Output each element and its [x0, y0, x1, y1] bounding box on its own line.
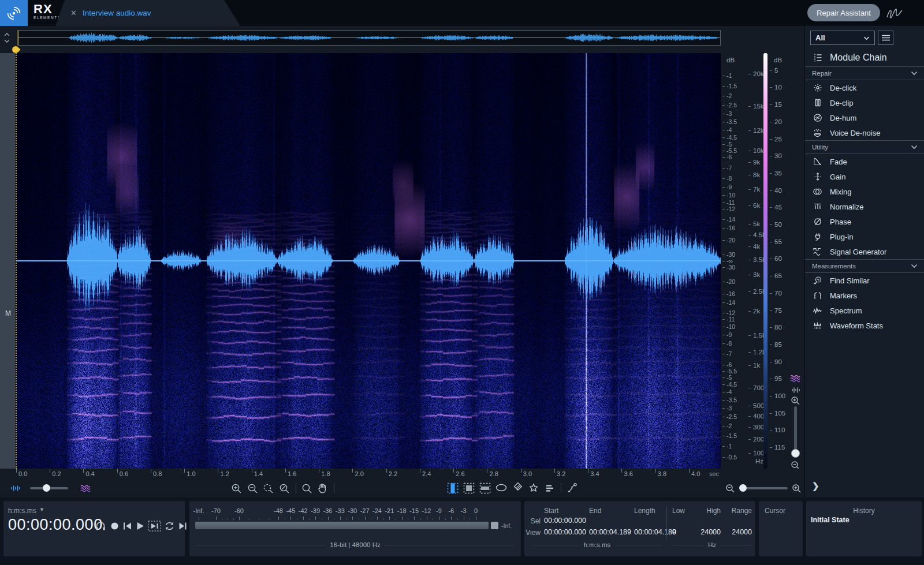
module-normalize[interactable]: Normalize: [805, 199, 924, 214]
view-start[interactable]: 00:00:00.000: [544, 528, 586, 536]
module-signal-generator[interactable]: Signal Generator: [805, 244, 924, 259]
horizontal-zoom-out-icon[interactable]: [724, 482, 736, 495]
horizontal-zoom-in-icon[interactable]: [790, 482, 803, 495]
time-format-dropdown-icon[interactable]: ▼: [39, 507, 44, 512]
time-selection-tool-icon[interactable]: [446, 482, 459, 495]
module-find-similar[interactable]: Find Similar: [805, 273, 924, 288]
module-waveform-stats[interactable]: Waveform Stats: [805, 318, 924, 333]
wave-db-tick: [722, 187, 725, 188]
module-gain[interactable]: Gain: [805, 169, 924, 184]
section-header-utility[interactable]: Utility: [805, 140, 924, 154]
history-entry[interactable]: Initial State: [811, 516, 850, 524]
module-de-clip[interactable]: De-clip: [805, 95, 924, 110]
module-menu-button[interactable]: [878, 31, 893, 45]
freq-label: 400: [753, 413, 764, 420]
harmonic-selection-tool-icon[interactable]: [543, 482, 556, 495]
ruler-label: 2.0: [355, 470, 363, 477]
repair-assistant-button[interactable]: Repair Assistant: [807, 4, 880, 21]
module-label: Fade: [830, 158, 847, 166]
module-chain-item[interactable]: Module Chain: [805, 50, 924, 65]
peak-indicator[interactable]: [491, 522, 498, 529]
monitor-headphones-button[interactable]: [95, 521, 106, 532]
play-selection-button[interactable]: [148, 521, 161, 532]
return-to-start-button[interactable]: [122, 521, 132, 532]
range-value[interactable]: 24000: [725, 528, 752, 536]
instant-process-tool-icon[interactable]: [566, 482, 579, 495]
meter-tick: [476, 517, 476, 520]
view-length[interactable]: 00:00:04.189: [634, 528, 676, 536]
module-filter-select[interactable]: All: [810, 31, 875, 45]
spectrogram-view-icon[interactable]: [79, 482, 92, 495]
spectrogram-display-icon[interactable]: [790, 374, 802, 383]
section-header-repair[interactable]: Repair: [805, 66, 924, 80]
module-mixing[interactable]: Mixing: [805, 184, 924, 199]
section-header-measurements[interactable]: Measurements: [805, 259, 924, 273]
module-phase[interactable]: Phase: [805, 214, 924, 229]
horizontal-zoom-slider[interactable]: [740, 487, 788, 489]
play-button[interactable]: [135, 521, 145, 532]
freq-label: 9k: [753, 159, 760, 166]
wave-db-tick: [722, 294, 725, 294]
module-de-hum[interactable]: De-hum: [805, 110, 924, 125]
freq-tick: [748, 311, 751, 312]
wave-db-tick: [722, 228, 725, 229]
module-voice-de-noise[interactable]: Voice De-noise: [805, 125, 924, 140]
view-end[interactable]: 00:00:04.189: [589, 528, 631, 536]
meter-tick: [414, 517, 415, 520]
app-logo[interactable]: [0, 0, 28, 26]
go-to-end-button[interactable]: [178, 521, 188, 532]
meter-minor-tick: [420, 518, 421, 520]
high-value[interactable]: 24000: [691, 528, 721, 536]
wave-db-label: -11: [726, 316, 735, 323]
ruler-tick: [588, 469, 588, 473]
horizontal-zoom-slider-thumb[interactable]: [739, 484, 747, 492]
frequency-selection-tool-icon[interactable]: [479, 482, 491, 495]
module-markers[interactable]: Markers: [805, 288, 924, 303]
record-button[interactable]: [110, 521, 120, 532]
spec-db-tick: [770, 173, 772, 174]
zoom-reset-icon[interactable]: [278, 482, 290, 495]
wave-db-label: -9: [726, 331, 732, 338]
ruler-tick: [621, 469, 622, 473]
expand-panel-button[interactable]: ❯: [812, 481, 819, 491]
time-frequency-selection-tool-icon[interactable]: [463, 482, 475, 495]
wave-db-label: -9: [726, 184, 732, 190]
blend-slider-thumb[interactable]: [43, 484, 50, 492]
low-value[interactable]: 0: [672, 528, 676, 536]
module-de-click[interactable]: De-click: [805, 80, 924, 95]
module-plug-in[interactable]: Plug-in: [805, 229, 924, 244]
spec-db-header: dB: [774, 57, 782, 63]
spectrogram-canvas[interactable]: [16, 53, 721, 469]
waveform-view-icon[interactable]: [9, 482, 22, 495]
vertical-zoom-in-icon[interactable]: [791, 396, 800, 406]
waveform-overview[interactable]: [17, 30, 721, 46]
zoom-out-icon[interactable]: [246, 482, 259, 495]
zoom-selection-icon[interactable]: [262, 482, 274, 495]
module-fade[interactable]: Fade: [805, 154, 924, 169]
zoom-in-icon[interactable]: [230, 482, 243, 495]
ruler-tick: [420, 469, 420, 473]
sel-start[interactable]: 00:00:00.000: [544, 517, 586, 525]
wave-db-tick: [722, 417, 725, 417]
waveform-scale-icon[interactable]: [791, 387, 800, 394]
wave-db-tick: [722, 377, 725, 378]
signature-scribble-icon[interactable]: [885, 6, 904, 21]
freq-label: 2k: [753, 308, 760, 315]
grab-hand-icon[interactable]: [316, 482, 329, 495]
module-sections: RepairDe-clickDe-clipDe-humVoice De-nois…: [805, 66, 924, 333]
time-ruler[interactable]: 0.00.20.40.60.81.01.21.41.61.82.02.22.42…: [0, 469, 804, 479]
channel-strip[interactable]: M: [0, 53, 15, 469]
tab-close-icon[interactable]: ✕: [70, 9, 77, 17]
magic-wand-tool-icon[interactable]: [527, 482, 540, 495]
vertical-zoom-slider-thumb[interactable]: [791, 449, 800, 458]
lasso-tool-icon[interactable]: [495, 482, 508, 495]
zoom-tool-icon[interactable]: [300, 482, 313, 495]
file-tab[interactable]: ✕ Interview audio.wav: [55, 0, 240, 26]
loop-button[interactable]: [164, 521, 175, 532]
overview-resize-control[interactable]: [3, 31, 11, 45]
module-spectrum[interactable]: Spectrum: [805, 303, 924, 318]
ruler-tick: [453, 469, 454, 473]
brush-tool-icon[interactable]: [511, 482, 524, 495]
playhead-time-display[interactable]: 00:00:00.000: [8, 516, 103, 534]
time-format-selector[interactable]: h:m:s.ms: [8, 507, 36, 515]
